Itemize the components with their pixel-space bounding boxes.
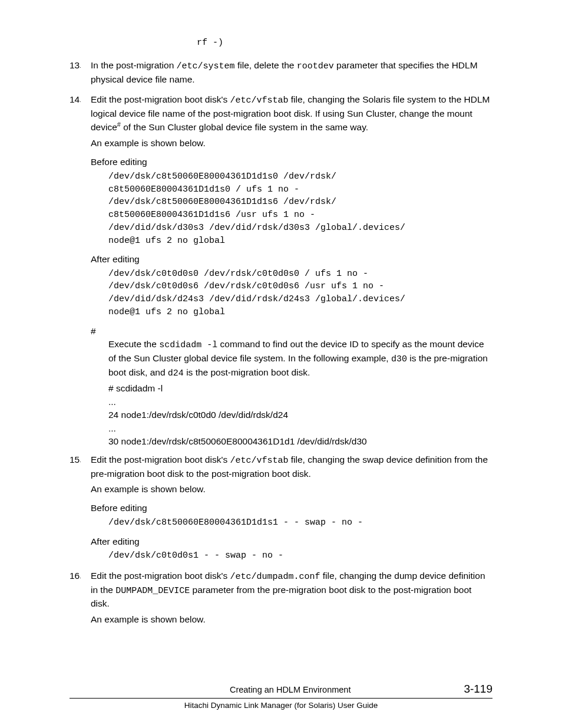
step-number: 13.: [70, 59, 88, 88]
footer-page-number: 3-119: [464, 681, 492, 697]
step-number: 16.: [70, 569, 88, 628]
after-editing-label: After editing: [91, 253, 492, 266]
footer-subtitle: Hitachi Dynamic Link Manager (for Solari…: [70, 700, 492, 711]
code-line: /dev/dsk/c0t0d0s0 /dev/rdsk/c0t0d0s0 / u…: [108, 268, 492, 281]
example-label: An example is shown below.: [91, 137, 492, 150]
code-line: /dev/dsk/c8t50060E80004361D1d1s0 /dev/rd…: [108, 170, 492, 183]
after-editing-block: /dev/dsk/c0t0d0s1 - - swap - no -: [108, 549, 492, 562]
step-text: Edit the post-migration boot disk's /etc…: [91, 93, 492, 134]
code-fragment: rf -): [197, 37, 492, 50]
page-footer: Creating an HDLM Environment 3-119 Hitac…: [70, 681, 492, 711]
before-editing-block: /dev/dsk/c8t50060E80004361D1d1s0 /dev/rd…: [108, 170, 492, 248]
step-body: Edit the post-migration boot disk's /etc…: [91, 569, 492, 628]
hash-text: Execute the scdidadm -l command to find …: [108, 338, 492, 380]
code-line: /dev/dsk/c0t0d0s6 /dev/rdsk/c0t0d0s6 /us…: [108, 280, 492, 293]
example-label: An example is shown below.: [91, 613, 492, 626]
after-editing-label: After editing: [91, 535, 492, 548]
step-body: Edit the post-migration boot disk's /etc…: [91, 93, 492, 449]
example-label: An example is shown below.: [91, 483, 492, 496]
step-16: 16. Edit the post-migration boot disk's …: [70, 569, 492, 628]
hash-section: # Execute the scdidadm -l command to fin…: [91, 325, 492, 449]
code-line: /dev/did/dsk/d24s3 /dev/did/rdsk/d24s3 /…: [108, 293, 492, 306]
before-editing-label: Before editing: [91, 502, 492, 515]
code-line: ...: [108, 396, 492, 409]
step-text: Edit the post-migration boot disk's /etc…: [91, 453, 492, 480]
before-editing-label: Before editing: [91, 156, 492, 169]
code-line: ...: [108, 422, 492, 435]
code-line: node@1 ufs 2 no global: [108, 306, 492, 319]
step-body: Edit the post-migration boot disk's /etc…: [91, 453, 492, 565]
code-line: /dev/dsk/c8t50060E80004361D1d1s6 /dev/rd…: [108, 196, 492, 209]
code-line: /dev/dsk/c8t50060E80004361D1d1s1 - - swa…: [108, 516, 492, 529]
step-text: In the post-migration /etc/system file, …: [91, 59, 492, 86]
footer-title: Creating an HDLM Environment: [117, 684, 464, 696]
after-editing-block: /dev/dsk/c0t0d0s0 /dev/rdsk/c0t0d0s0 / u…: [108, 268, 492, 319]
code-line: # scdidadm -l: [108, 382, 492, 395]
step-14: 14. Edit the post-migration boot disk's …: [70, 93, 492, 449]
hash-symbol: #: [91, 325, 492, 338]
step-13: 13. In the post-migration /etc/system fi…: [70, 59, 492, 88]
hash-code-block: # scdidadm -l...24 node1:/dev/rdsk/c0t0d…: [108, 382, 492, 448]
step-number: 14.: [70, 93, 88, 449]
code-line: /dev/did/dsk/d30s3 /dev/did/rdsk/d30s3 /…: [108, 222, 492, 235]
step-15: 15. Edit the post-migration boot disk's …: [70, 453, 492, 565]
code-line: 24 node1:/dev/rdsk/c0t0d0 /dev/did/rdsk/…: [108, 409, 492, 421]
code-line: 30 node1:/dev/rdsk/c8t50060E80004361D1d1…: [108, 435, 492, 448]
code-line: /dev/dsk/c0t0d0s1 - - swap - no -: [108, 549, 492, 562]
step-body: In the post-migration /etc/system file, …: [91, 59, 492, 88]
code-line: c8t50060E80004361D1d1s0 / ufs 1 no -: [108, 183, 492, 196]
code-line: node@1 ufs 2 no global: [108, 235, 492, 248]
code-line: c8t50060E80004361D1d1s6 /usr ufs 1 no -: [108, 209, 492, 222]
before-editing-block: /dev/dsk/c8t50060E80004361D1d1s1 - - swa…: [108, 516, 492, 529]
step-number: 15.: [70, 453, 88, 565]
step-text: Edit the post-migration boot disk's /etc…: [91, 569, 492, 611]
